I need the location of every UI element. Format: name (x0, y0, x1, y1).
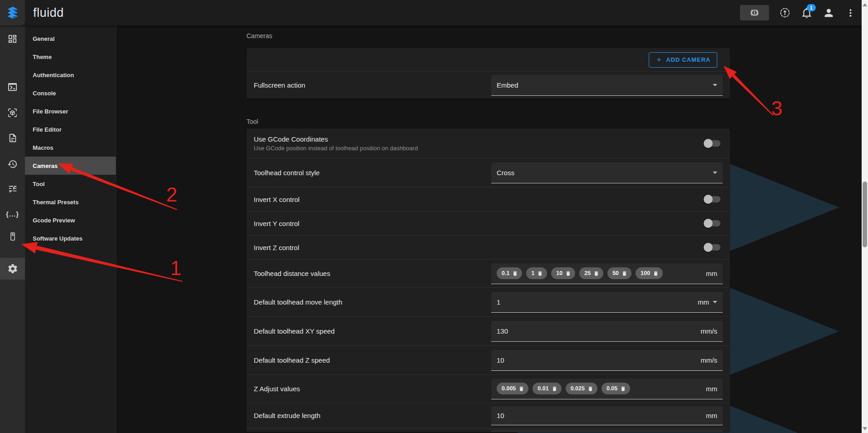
chip-value: 0.1 (502, 270, 509, 276)
xy-speed-input[interactable] (497, 327, 696, 335)
rail-item-console[interactable] (0, 76, 25, 98)
delete-icon[interactable] (587, 386, 593, 392)
rail-item-settings[interactable] (0, 258, 25, 280)
next-row-clipped (247, 428, 730, 432)
z-adjust-unit: mm (706, 385, 717, 393)
delete-icon[interactable] (565, 271, 571, 276)
gcode-coords-toggle[interactable] (704, 139, 720, 148)
control-style-label: Toolhead control style (254, 169, 491, 177)
move-length-input[interactable] (497, 298, 693, 306)
emergency-stop-button[interactable] (740, 5, 769, 20)
chip-value: 0.05 (607, 385, 617, 392)
fullscreen-action-value: Embed (497, 81, 713, 89)
z-speed-input[interactable] (497, 356, 696, 364)
chevron-down-icon (713, 84, 717, 86)
update-available-button[interactable] (779, 7, 791, 19)
z-speed-unit: mm/s (700, 356, 717, 364)
invert-y-toggle[interactable] (704, 219, 720, 228)
xy-speed-unit: mm/s (700, 327, 717, 335)
notifications-button[interactable]: 1 (801, 7, 813, 19)
cameras-section-title: Cameras (247, 32, 730, 40)
z-adjust-chip[interactable]: 0.01 (533, 383, 561, 394)
overflow-menu-button[interactable] (845, 7, 856, 19)
code-braces-icon: {...} (6, 210, 19, 218)
dots-vertical-icon (845, 7, 856, 19)
clipped-field (491, 429, 723, 432)
invert-z-toggle[interactable] (704, 243, 720, 252)
gcode-coords-sublabel: Use GCode position instead of toolhead p… (254, 145, 491, 152)
toggle-thumb (704, 139, 713, 148)
fullscreen-action-select[interactable]: Embed (491, 75, 723, 96)
z-adjust-chip[interactable]: 0.005 (497, 383, 528, 394)
delete-icon[interactable] (621, 271, 627, 276)
chip-value: 50 (612, 270, 619, 276)
scroll-up-arrow[interactable] (862, 1, 868, 8)
nav-item-file-editor[interactable]: File Editor (25, 120, 116, 138)
nav-item-file-browser[interactable]: File Browser (25, 102, 116, 120)
app-logo[interactable] (0, 0, 25, 25)
chip-value: 25 (584, 270, 591, 276)
chevron-down-icon[interactable] (713, 301, 717, 303)
settings-nav: General Theme Authentication Console Fil… (25, 25, 116, 433)
annotation-step-2: 2 (166, 183, 177, 206)
delete-icon[interactable] (512, 271, 518, 276)
delete-icon[interactable] (593, 271, 599, 276)
annotation-step-3: 3 (771, 97, 782, 119)
nav-item-gcode-preview[interactable]: Gcode Preview (25, 211, 116, 229)
delete-icon[interactable] (537, 271, 543, 276)
distance-chip[interactable]: 50 (607, 267, 631, 279)
rail-item-gcode-preview[interactable] (0, 102, 25, 123)
extrude-length-input[interactable] (497, 412, 701, 419)
nav-item-software-updates[interactable]: Software Updates (25, 229, 116, 247)
account-button[interactable] (823, 7, 835, 19)
history-icon (7, 159, 18, 169)
nav-item-thermal-presets[interactable]: Thermal Presets (25, 193, 116, 211)
distance-chip[interactable]: 0.1 (497, 267, 522, 279)
distance-values-label: Toolhead distance values (254, 270, 491, 277)
control-style-select[interactable]: Cross (491, 162, 723, 183)
gcode-coords-label: Use GCode Coordinates (254, 135, 491, 143)
scrollbar-thumb[interactable] (863, 182, 867, 247)
move-length-unit[interactable]: mm (698, 298, 709, 306)
delete-icon[interactable] (552, 386, 557, 392)
delete-icon[interactable] (518, 386, 524, 392)
file-document-icon (8, 133, 18, 143)
distance-chip[interactable]: 25 (579, 267, 603, 279)
console-icon (7, 82, 18, 92)
nav-item-general[interactable]: General (25, 30, 116, 48)
rail-item-configure[interactable]: {...} (0, 203, 25, 225)
toggle-thumb (704, 243, 713, 252)
add-camera-button[interactable]: ADD CAMERA (649, 52, 717, 68)
chip-value: 1 (531, 270, 534, 276)
delete-icon[interactable] (620, 386, 626, 392)
tool-section-title: Tool (247, 118, 730, 126)
nav-item-theme[interactable]: Theme (25, 48, 116, 66)
distance-chip[interactable]: 1 (526, 267, 547, 279)
nav-item-cameras[interactable]: Cameras (25, 157, 116, 175)
window-scrollbar[interactable] (862, 0, 868, 433)
invert-x-toggle[interactable] (704, 195, 720, 204)
rail-item-jobs[interactable] (0, 127, 25, 149)
z-adjust-chip[interactable]: 0.05 (602, 383, 630, 394)
delete-icon[interactable] (653, 271, 659, 276)
z-adjust-label: Z Adjust values (254, 385, 491, 393)
rail-item-tune[interactable] (0, 178, 25, 200)
nav-item-tool[interactable]: Tool (25, 175, 116, 193)
distance-chip[interactable]: 100 (636, 267, 663, 279)
rail-item-dashboard[interactable] (0, 28, 25, 49)
distance-values-field[interactable]: 0.1 1 10 25 (491, 263, 723, 284)
scroll-down-arrow[interactable] (862, 425, 868, 432)
z-speed-label: Default toolhead Z speed (254, 356, 491, 364)
nav-item-console[interactable]: Console (25, 84, 116, 102)
app-title: fluidd (33, 6, 64, 20)
nav-item-macros[interactable]: Macros (25, 138, 116, 157)
distance-chip[interactable]: 10 (551, 267, 575, 279)
z-adjust-field[interactable]: 0.005 0.01 0.025 0.05 mm (491, 379, 723, 399)
extrude-length-unit: mm (706, 412, 717, 419)
annotation-arrow-3 (732, 74, 774, 116)
rail-item-history[interactable] (0, 153, 25, 175)
nav-item-authentication[interactable]: Authentication (25, 66, 116, 84)
z-adjust-chip[interactable]: 0.025 (566, 383, 597, 394)
rail-item-system[interactable] (0, 226, 25, 247)
invert-x-label: Invert X control (254, 196, 491, 203)
